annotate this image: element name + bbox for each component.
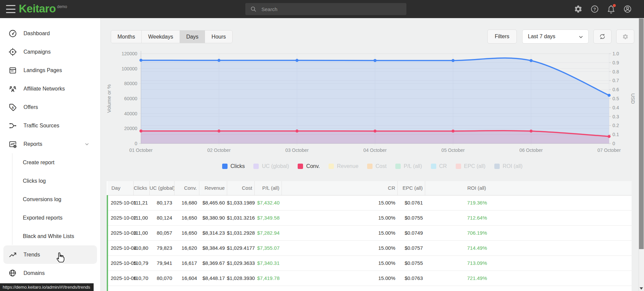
app-logo[interactable]: Keitaro <box>19 2 56 15</box>
legend-item-clicks[interactable]: Clicks <box>222 163 245 169</box>
legend-item-revenue[interactable]: Revenue <box>329 163 358 169</box>
filters-button[interactable]: Filters <box>487 30 517 44</box>
legend-swatch <box>222 164 228 169</box>
legend-item-uc-global[interactable]: UC (global) <box>253 163 289 169</box>
refresh-icon <box>599 33 606 40</box>
sidebar-item-conversions-log[interactable]: Conversions log <box>3 190 97 209</box>
column-header-p-l-all[interactable]: P/L (all) <box>254 181 282 195</box>
date-range-select[interactable]: Last 7 days <box>522 30 589 44</box>
svg-text:$: $ <box>12 105 14 109</box>
chart-settings-button[interactable] <box>616 30 634 44</box>
legend-label: Clicks <box>231 163 245 169</box>
column-header-clicks[interactable]: Clicks <box>133 181 149 195</box>
cell-revenue: $8,314.23 <box>199 225 227 240</box>
column-header-roi-all[interactable]: ROI (all) <box>425 181 632 195</box>
sidebar-item-label: Black and White Lists <box>23 233 74 239</box>
sidebar-item-campaigns[interactable]: Campaigns <box>3 43 97 61</box>
legend-item-roi-all[interactable]: ROI (all) <box>494 163 523 169</box>
sidebar-item-domains[interactable]: Domains <box>3 264 97 282</box>
cell-cr: 15.00% <box>282 255 397 271</box>
svg-text:Volume or %: Volume or % <box>106 84 112 113</box>
cell-day: 2025-10-02 <box>107 210 133 225</box>
legend-swatch <box>395 164 401 169</box>
cell-cr: 15.00% <box>282 210 397 225</box>
legend-label: EPC (all) <box>464 163 486 169</box>
notifications-bell-icon[interactable] <box>607 5 615 13</box>
sidebar-item-exported-reports[interactable]: Exported reports <box>3 209 97 227</box>
cell-day: 2025-10-01 <box>107 195 133 210</box>
reports-icon <box>8 140 17 149</box>
cell-clicks: 111,21 <box>133 195 149 210</box>
search-input[interactable] <box>245 3 406 15</box>
cell-cost: $1,033.1989 <box>227 195 254 210</box>
refresh-button[interactable] <box>593 30 611 44</box>
cell-revenue: $8,369.67 <box>199 255 227 271</box>
cell-uc-global: 80,070 <box>149 271 174 286</box>
svg-text:0.2: 0.2 <box>612 123 619 128</box>
cell-clicks: 64,40 <box>133 286 149 291</box>
menu-icon[interactable] <box>6 5 15 13</box>
legend-item-epc-all[interactable]: EPC (all) <box>456 163 486 169</box>
sidebar-item-traffic-sources[interactable]: Traffic Sources <box>3 116 97 135</box>
cell-uc-global: 41,457 <box>149 286 174 291</box>
table-row: 2025-10-04110,8079,82316,620$8,384.49$1,… <box>107 240 632 255</box>
sidebar-item-trends[interactable]: Trends <box>3 245 97 264</box>
legend-swatch <box>367 164 373 169</box>
legend-swatch <box>494 164 500 169</box>
sidebar-item-offers[interactable]: $Offers <box>3 98 97 116</box>
column-header-cr[interactable]: CR <box>282 181 397 195</box>
period-tabs: MonthsWeekdaysDaysHours <box>111 30 233 43</box>
sidebar-item-landings-pages[interactable]: Landings Pages <box>3 61 97 79</box>
table-row: 2025-10-02111,0080,12416,650$8,380.90$1,… <box>107 210 632 225</box>
legend-item-p-l-all[interactable]: P/L (all) <box>395 163 422 169</box>
svg-text:60000: 60000 <box>124 96 137 101</box>
sidebar-item-reports[interactable]: Reports <box>3 135 97 153</box>
sidebar-item-label: Reports <box>23 141 42 147</box>
legend-item-conv[interactable]: Conv. <box>298 163 320 169</box>
svg-text:04 October: 04 October <box>363 148 387 153</box>
tab-hours[interactable]: Hours <box>205 31 232 43</box>
page-scrollbar[interactable] <box>639 18 644 291</box>
column-header-conv[interactable]: Conv. <box>174 181 199 195</box>
cell-cr: 15.00% <box>282 240 397 255</box>
sidebar-item-label: Campaigns <box>23 49 51 55</box>
account-icon[interactable] <box>623 5 632 13</box>
cell-cost: $1,031.3216 <box>227 210 254 225</box>
table-row: 2025-10-05110,7979,94116,617$8,369.67$1,… <box>107 255 632 271</box>
svg-text:0.9: 0.9 <box>612 60 619 65</box>
sidebar-item-affiliate-networks[interactable]: Affiliate Networks <box>3 79 97 98</box>
svg-text:80000: 80000 <box>124 81 137 86</box>
scrollbar-down-arrow[interactable] <box>640 287 643 290</box>
cell-revenue: $8,448.17 <box>199 271 227 286</box>
sidebar-item-create-report[interactable]: Create report <box>3 153 97 172</box>
svg-text:0.4: 0.4 <box>612 105 619 110</box>
tab-weekdays[interactable]: Weekdays <box>141 31 179 43</box>
column-header-epc-all[interactable]: EPC (all) <box>397 181 425 195</box>
tab-days[interactable]: Days <box>180 31 205 43</box>
trends-table-wrap: DayClicksUC (global)Conv.RevenueCostP/L … <box>107 181 632 291</box>
svg-text:03 October: 03 October <box>285 148 309 153</box>
sidebar-item-dashboard[interactable]: Dashboard <box>3 24 97 43</box>
legend-item-cost[interactable]: Cost <box>367 163 387 169</box>
column-header-cost[interactable]: Cost <box>227 181 254 195</box>
table-body: 2025-10-01111,2180,17316,680$8,465.60$1,… <box>107 195 632 291</box>
column-header-day[interactable]: Day <box>107 181 133 195</box>
column-header-revenue[interactable]: Revenue <box>199 181 227 195</box>
svg-text:07 October: 07 October <box>597 148 621 153</box>
cell-cost: $1,029.4177 <box>227 240 254 255</box>
scrollbar-thumb[interactable] <box>639 18 644 249</box>
chart-legend: ClicksUC (global)Conv.RevenueCostP/L (al… <box>101 163 644 169</box>
cell-p-l-all: $7,340.31 <box>254 255 282 271</box>
help-icon[interactable]: ? <box>590 5 599 13</box>
legend-swatch <box>298 164 303 169</box>
link-status-tooltip: https://demo.keitaro.io/admin/#!/trends/… <box>0 283 94 291</box>
cell-cost: $527.6099 <box>227 286 254 291</box>
settings-gear-icon[interactable] <box>574 5 583 13</box>
svg-text:120000: 120000 <box>121 51 137 56</box>
tab-months[interactable]: Months <box>111 31 141 43</box>
legend-item-cr[interactable]: CR <box>431 163 447 169</box>
sidebar-item-clicks-log[interactable]: Clicks log <box>3 172 97 190</box>
sidebar-item-black-and-white-lists[interactable]: Black and White Lists <box>3 227 97 245</box>
cell-cost: $1,031.2928 <box>227 225 254 240</box>
column-header-uc-global[interactable]: UC (global) <box>149 181 174 195</box>
